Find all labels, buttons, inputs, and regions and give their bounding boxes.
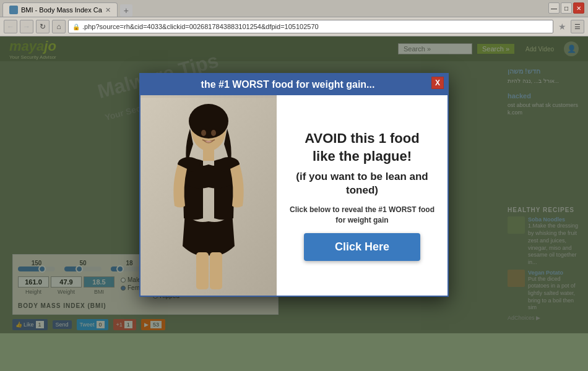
browser-tab[interactable]: BMI - Body Mass Index Ca ✕ <box>2 2 118 17</box>
popup-cta-button[interactable]: Click Here <box>304 233 421 261</box>
address-bar[interactable]: 🔒 .php?source=rh&cid=4033&clickid=002681… <box>68 20 553 33</box>
new-tab-button[interactable]: + <box>120 4 132 17</box>
popup-body: AVOID this 1 food like the plague! (if y… <box>141 95 447 296</box>
popup-close-button[interactable]: X <box>431 77 444 89</box>
forward-button[interactable]: → <box>20 20 33 33</box>
back-button[interactable]: ← <box>4 20 17 33</box>
popup-container: the #1 WORST food for weight gain... X <box>0 36 588 333</box>
close-button[interactable]: ✕ <box>573 2 584 14</box>
svg-point-2 <box>189 104 228 139</box>
bookmark-button[interactable]: ★ <box>556 20 568 33</box>
tab-favicon <box>9 6 18 14</box>
lock-icon: 🔒 <box>72 23 80 30</box>
svg-point-9 <box>211 130 216 136</box>
refresh-button[interactable]: ↻ <box>36 20 50 33</box>
svg-point-8 <box>201 130 206 136</box>
menu-button[interactable]: ☰ <box>571 20 584 33</box>
svg-rect-7 <box>210 252 222 289</box>
popup-main-line1: AVOID this 1 food <box>289 130 435 148</box>
popup: the #1 WORST food for weight gain... X <box>139 73 449 297</box>
home-button[interactable]: ⌂ <box>52 20 66 33</box>
popup-desc: Click below to reveal the #1 WORST food … <box>289 205 435 226</box>
popup-content: AVOID this 1 food like the plague! (if y… <box>277 95 447 296</box>
popup-image <box>141 95 277 296</box>
maximize-button[interactable]: □ <box>561 2 572 14</box>
popup-header-text: the #1 WORST food for weight gain... <box>201 79 375 90</box>
minimize-button[interactable]: — <box>548 2 560 14</box>
tab-close-button[interactable]: ✕ <box>105 6 111 14</box>
address-bar-text: .php?source=rh&cid=4033&clickid=00268178… <box>82 23 319 30</box>
svg-rect-6 <box>196 252 209 289</box>
popup-header: the #1 WORST food for weight gain... X <box>141 74 447 95</box>
tab-title: BMI - Body Mass Index Ca <box>21 6 102 14</box>
popup-main-line2: like the plague! <box>289 148 435 166</box>
svg-rect-3 <box>203 148 214 161</box>
popup-paren-text: (if you want to be lean and toned) <box>289 170 435 197</box>
